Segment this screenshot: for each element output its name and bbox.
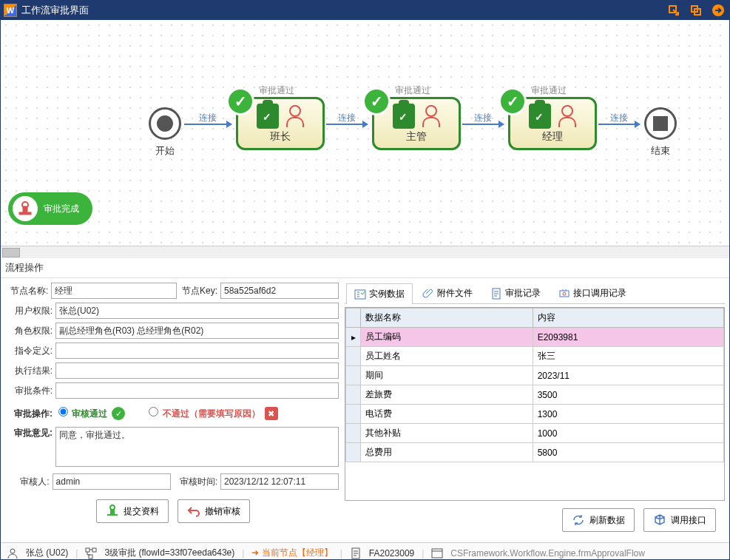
check-badge-icon: ✓ <box>499 87 527 115</box>
svg-point-13 <box>563 292 566 295</box>
label: 执行结果: <box>7 365 53 377</box>
table-row[interactable]: 员工姓名张三 <box>346 347 724 366</box>
cond-input[interactable] <box>55 382 339 399</box>
workflow-canvas[interactable]: 开始 连接 连接 连接 连接 ✓ 审批通过 班长 ✓ 审批通过 主管 ✓ 审批通… <box>1 20 729 246</box>
stamp-icon <box>13 196 38 221</box>
tab-attachments[interactable]: 附件文件 <box>414 283 481 303</box>
opinion-textarea[interactable] <box>55 427 339 467</box>
role-perm-input[interactable] <box>55 323 339 339</box>
person-icon <box>555 104 576 129</box>
col-header[interactable]: 数据名称 <box>361 308 533 328</box>
start-label: 开始 <box>155 144 175 158</box>
pass-radio[interactable]: 审核通过 <box>58 407 107 420</box>
table-row[interactable]: 电话费1300 <box>346 405 724 424</box>
cube-icon <box>653 513 666 527</box>
check-badge-icon: ✓ <box>226 87 254 115</box>
tabs: 实例数据 附件文件 审批记录 接口调用记录 <box>345 281 725 304</box>
submit-button[interactable]: 提交资料 <box>96 499 169 523</box>
person-icon <box>283 104 304 129</box>
data-grid[interactable]: 数据名称内容 ▸员工编码E2093981员工姓名张三期间2023/11差旅费35… <box>345 307 725 501</box>
attachment-icon <box>422 288 434 300</box>
clipboard-icon <box>257 104 279 129</box>
svg-rect-12 <box>560 291 569 297</box>
svg-rect-10 <box>355 290 365 299</box>
label: 节点名称: <box>7 285 48 297</box>
label: 审核时间: <box>174 476 217 488</box>
col-header[interactable]: 内容 <box>533 308 723 328</box>
end-node[interactable]: 结束 <box>644 107 677 158</box>
time-input[interactable] <box>220 473 339 490</box>
clipboard-icon <box>393 104 415 129</box>
task-node-2[interactable]: ✓ 审批通过 主管 <box>372 97 461 150</box>
flow-icon <box>85 547 97 559</box>
user-icon <box>7 547 18 559</box>
user-perm-input[interactable] <box>55 303 339 319</box>
data-pane: 实例数据 附件文件 审批记录 接口调用记录 数据名称内容 ▸员工编码E20939… <box>345 278 729 542</box>
svg-rect-19 <box>432 549 442 558</box>
svg-rect-15 <box>86 548 89 552</box>
doc-icon <box>350 547 362 559</box>
label: 审核人: <box>7 476 50 488</box>
svg-point-14 <box>10 549 15 553</box>
horizontal-scrollbar[interactable] <box>1 246 729 258</box>
svg-rect-17 <box>89 555 92 559</box>
tab-approval-log[interactable]: 审批记录 <box>482 283 549 303</box>
section-header: 流程操作 <box>1 258 729 278</box>
connector[interactable]: 连接 <box>184 124 231 125</box>
connector[interactable]: 连接 <box>462 124 504 125</box>
connector[interactable]: 连接 <box>598 124 640 125</box>
task-node-1[interactable]: ✓ 审批通过 班长 <box>236 97 325 150</box>
tab-api-log[interactable]: 接口调用记录 <box>550 283 635 303</box>
label: 指令定义: <box>7 345 53 357</box>
node-key-input[interactable] <box>220 283 339 299</box>
approval-complete-badge: 审批完成 <box>8 192 92 225</box>
exec-res-input[interactable] <box>55 362 339 379</box>
list-icon <box>354 289 366 300</box>
table-row[interactable]: 期间2023/11 <box>346 366 724 385</box>
status-current: ➜ 当前节点【经理】 <box>251 547 332 559</box>
maximize-icon[interactable] <box>688 2 704 18</box>
status-form: CSFramework.Workflow.Engine.frmApprovalF… <box>450 548 645 559</box>
fail-radio[interactable]: 不通过（需要填写原因） <box>149 407 260 420</box>
reviewer-input[interactable] <box>53 473 171 490</box>
refresh-icon <box>572 513 585 527</box>
table-row[interactable]: 总费用5800 <box>346 443 724 462</box>
invoke-button[interactable]: 调用接口 <box>643 508 716 532</box>
api-icon <box>558 288 570 300</box>
refresh-button[interactable]: 刷新数据 <box>562 508 635 532</box>
statusbar: 张总 (U02) | 3级审批 (flowId=33f07eeda643e) |… <box>1 542 729 560</box>
node-name-input[interactable] <box>51 283 177 299</box>
task-node-3[interactable]: ✓ 审批通过 经理 <box>508 97 597 150</box>
check-icon: ✓ <box>112 407 125 420</box>
table-row[interactable]: 差旅费3500 <box>346 385 724 405</box>
cmd-def-input[interactable] <box>55 343 339 359</box>
label: 用户权限: <box>7 305 53 317</box>
window-title: 工作流审批界面 <box>21 4 666 17</box>
status-user: 张总 (U02) <box>26 547 68 559</box>
label: 审批条件: <box>7 385 53 397</box>
task-label: 主管 <box>406 130 427 144</box>
window-icon <box>431 547 443 559</box>
connector[interactable]: 连接 <box>326 124 368 125</box>
table-row[interactable]: ▸员工编码E2093981 <box>346 328 724 347</box>
check-badge-icon: ✓ <box>362 87 391 115</box>
tab-instance-data[interactable]: 实例数据 <box>346 283 413 304</box>
minimize-icon[interactable] <box>666 2 682 18</box>
stamp-icon <box>106 505 119 518</box>
label: 角色权限: <box>7 325 53 337</box>
log-icon <box>490 288 502 300</box>
status-flow: 3级审批 (flowId=33f07eeda643e) <box>104 547 234 559</box>
revoke-button[interactable]: 撤销审核 <box>178 499 250 523</box>
start-node[interactable]: 开始 <box>149 107 181 158</box>
clipboard-icon <box>529 104 551 129</box>
person-icon <box>419 104 440 129</box>
svg-point-9 <box>110 505 115 510</box>
svg-rect-7 <box>107 514 118 516</box>
form-pane: 节点名称: 节点Key: 用户权限: 角色权限: 指令定义: 执行结果: 审批条… <box>1 278 345 542</box>
end-label: 结束 <box>651 144 670 158</box>
table-row[interactable]: 其他补贴1000 <box>346 424 724 443</box>
app-icon: W <box>4 4 17 17</box>
close-icon[interactable] <box>710 2 726 18</box>
svg-rect-16 <box>92 548 96 552</box>
reject-icon: ✖ <box>265 407 278 420</box>
